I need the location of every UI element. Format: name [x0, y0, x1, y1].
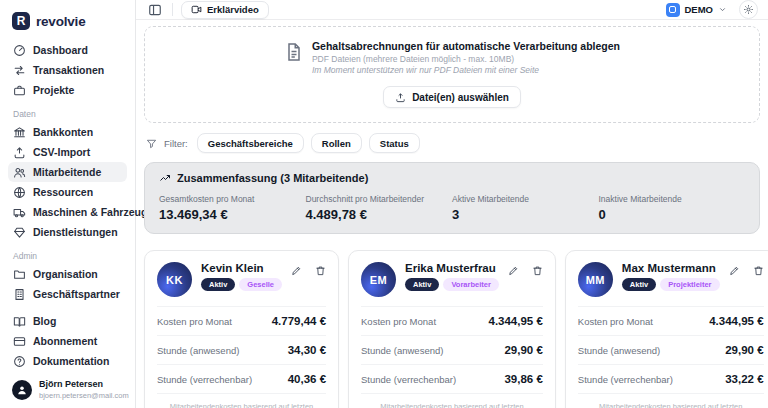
sidebar-item-gesch-ftspartner[interactable]: Geschäftspartner	[8, 284, 127, 304]
globe-icon	[13, 186, 26, 199]
sidebar-item-dashboard[interactable]: Dashboard	[8, 40, 127, 60]
dropzone-subtitle: PDF Dateien (mehrere Dateien möglich - m…	[312, 54, 620, 64]
role-badge: Vorarbeiter	[443, 278, 498, 291]
topbar: Erklärvideo DEMO	[136, 0, 768, 20]
gear-icon	[743, 4, 754, 15]
sidebar-item-label: Projekte	[33, 84, 74, 96]
filter-pill-gesch-ftsbereiche[interactable]: Geschäftsbereiche	[197, 133, 304, 153]
row-label: Stunde (verrechenbar)	[361, 374, 456, 385]
sidebar-item-label: Dienstleistungen	[33, 226, 118, 238]
brand-logo[interactable]: R revolvie	[8, 10, 127, 40]
employee-name: Kevin Klein	[201, 262, 282, 274]
sidebar-item-label: Blog	[33, 315, 56, 327]
row-value: 40,36 €	[288, 373, 326, 385]
delete-icon[interactable]	[753, 265, 764, 276]
row-label: Stunde (anwesend)	[361, 345, 443, 356]
sidebar-item-label: Organisation	[33, 268, 98, 280]
sidebar-item-transaktionen[interactable]: Transaktionen	[8, 60, 127, 80]
stat-value: 4.489,78 €	[306, 207, 453, 222]
card-footnote: Mitarbeitendenkosten basierend auf letzt…	[157, 393, 326, 408]
row-value: 34,30 €	[288, 344, 326, 356]
brand-name: revolvie	[36, 14, 85, 29]
stat-label: Durchschnitt pro Mitarbeitender	[306, 194, 453, 204]
employee-card-max-mustermann: MMMax MustermannAktivProjektleiterKosten…	[565, 250, 768, 408]
sidebar-item-csv-import[interactable]: CSV-Import	[8, 142, 127, 162]
edit-icon[interactable]	[508, 265, 519, 276]
filter-pill-rollen[interactable]: Rollen	[311, 133, 362, 153]
sidebar-item-bankkonten[interactable]: Bankkonten	[8, 122, 127, 142]
sidebar: R revolvie DashboardTransaktionenProjekt…	[0, 0, 136, 408]
filter-pills: GeschäftsbereicheRollenStatus	[197, 133, 420, 153]
employee-card-erika-musterfrau: EMErika MusterfrauAktivVorarbeiterKosten…	[348, 250, 556, 408]
trending-up-icon	[159, 172, 171, 184]
truck-icon	[13, 206, 26, 219]
sidebar-item-ressourcen[interactable]: Ressourcen	[8, 182, 127, 202]
summary-stats: Gesamtkosten pro Monat13.469,34 €Durchsc…	[159, 194, 745, 222]
upload-dropzone[interactable]: Gehaltsabrechnungen für automatische Ver…	[144, 26, 760, 123]
row-value: 33,22 €	[725, 373, 763, 385]
settings-button[interactable]	[739, 0, 758, 19]
main-column: Erklärvideo DEMO	[136, 0, 768, 408]
sidebar-item-label: Dokumentation	[33, 355, 109, 367]
sidebar-item-label: Bankkonten	[33, 126, 93, 138]
edit-icon[interactable]	[729, 265, 740, 276]
sidebar-section-label: Daten	[13, 109, 127, 119]
employee-avatar: MM	[578, 262, 613, 297]
app-window: R revolvie DashboardTransaktionenProjekt…	[0, 0, 768, 408]
sidebar-item-dienstleistungen[interactable]: Dienstleistungen	[8, 222, 127, 242]
filter-funnel-icon	[146, 138, 157, 149]
role-badge: Geselle	[239, 278, 282, 291]
row-value: 4.344,95 €	[709, 315, 763, 327]
summary-stat-inaktive-mitarbeitende: Inaktive Mitarbeitende0	[599, 194, 746, 222]
employee-name: Erika Musterfrau	[405, 262, 499, 274]
card-actions	[508, 262, 543, 276]
help-circle-icon	[13, 355, 26, 368]
sidebar-item-projekte[interactable]: Projekte	[8, 80, 127, 100]
delete-icon[interactable]	[532, 265, 543, 276]
sidebar-item-organisation[interactable]: Organisation	[8, 264, 127, 284]
row-label: Stunde (anwesend)	[578, 345, 660, 356]
employee-avatar: KK	[157, 262, 192, 297]
filter-pill-status[interactable]: Status	[369, 133, 420, 153]
sidebar-item-blog[interactable]: Blog	[8, 311, 127, 331]
filter-label: Filter:	[164, 138, 188, 149]
select-files-button[interactable]: Datei(en) auswählen	[383, 86, 521, 108]
card-row-kosten-pro-monat: Kosten pro Monat4.344,95 €	[361, 306, 543, 335]
summary-stat-gesamtkosten-pro-monat: Gesamtkosten pro Monat13.469,34 €	[159, 194, 306, 222]
employee-avatar: EM	[361, 262, 396, 297]
org-switcher[interactable]: DEMO	[662, 1, 732, 19]
card-actions	[729, 262, 764, 276]
user-name: Björn Petersen	[39, 379, 129, 390]
card-footnote: Mitarbeitendenkosten basierend auf letzt…	[578, 393, 764, 408]
user-email: bjoern.petersen@mail.com	[39, 391, 129, 400]
row-value: 29,90 €	[725, 344, 763, 356]
sidebar-item-abonnement[interactable]: Abonnement	[8, 331, 127, 351]
stat-value: 13.469,34 €	[159, 207, 306, 222]
folder-icon	[13, 268, 26, 281]
stat-label: Inaktive Mitarbeitende	[599, 194, 746, 204]
card-row-stunde-anwesend: Stunde (anwesend)29,90 €	[361, 335, 543, 364]
edit-icon[interactable]	[291, 265, 302, 276]
card-actions	[291, 262, 326, 276]
summary-stat-durchschnitt-pro-mitarbeitender: Durchschnitt pro Mitarbeitender4.489,78 …	[306, 194, 453, 222]
upload-icon	[13, 146, 26, 159]
card-row-stunde-anwesend: Stunde (anwesend)29,90 €	[578, 335, 764, 364]
sidebar-item-label: CSV-Import	[33, 146, 90, 158]
card-row-kosten-pro-monat: Kosten pro Monat4.344,95 €	[578, 306, 764, 335]
main-content: Gehaltsabrechnungen für automatische Ver…	[136, 20, 768, 408]
employee-name: Max Mustermann	[622, 262, 720, 274]
gem-icon	[13, 226, 26, 239]
sidebar-item-maschinen-fahrzeuge[interactable]: Maschinen & Fahrzeuge	[8, 202, 127, 222]
dashboard-icon	[13, 44, 26, 57]
delete-icon[interactable]	[315, 265, 326, 276]
sidebar-spacer	[8, 304, 127, 311]
row-label: Kosten pro Monat	[578, 316, 653, 327]
user-avatar-icon	[12, 380, 32, 400]
sidebar-item-dokumentation[interactable]: Dokumentation	[8, 351, 127, 371]
sidebar-item-mitarbeitende[interactable]: Mitarbeitende	[8, 162, 127, 182]
sidebar-toggle-icon[interactable]	[146, 1, 164, 19]
book-icon	[13, 315, 26, 328]
user-menu[interactable]: Björn Petersen bjoern.petersen@mail.com	[8, 371, 127, 400]
status-badge: Aktiv	[622, 278, 656, 291]
explainer-video-button[interactable]: Erklärvideo	[181, 1, 269, 19]
